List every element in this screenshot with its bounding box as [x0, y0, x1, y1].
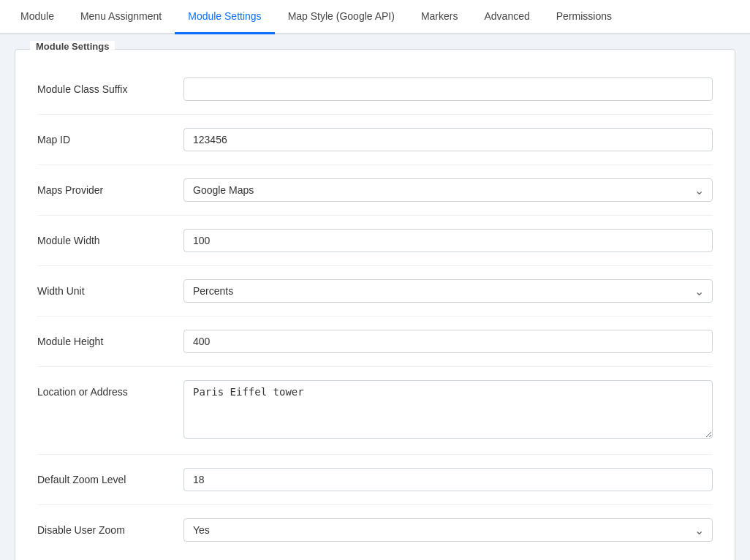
tab-menu-assignment[interactable]: Menu Assignment [67, 0, 175, 34]
settings-panel: Module Settings Module Class Suffix Map … [15, 49, 735, 560]
form-row-width-unit: Width Unit Percents Pixels ⌄ [37, 266, 713, 317]
form-row-zoom-level: Default Zoom Level [37, 455, 713, 505]
form-row-module-class-suffix: Module Class Suffix [37, 64, 713, 115]
control-map-id [183, 128, 713, 151]
label-location: Location or Address [37, 380, 183, 398]
select-wrapper-maps-provider: Google Maps OpenStreetMap Bing Maps ⌄ [183, 178, 713, 202]
tab-markers[interactable]: Markers [408, 0, 471, 34]
select-wrapper-width-unit: Percents Pixels ⌄ [183, 279, 713, 303]
label-zoom-level: Default Zoom Level [37, 468, 183, 485]
label-width-unit: Width Unit [37, 279, 183, 297]
tab-module-settings[interactable]: Module Settings [175, 0, 274, 34]
form-row-disable-user-zoom: Disable User Zoom Yes No ⌄ [37, 505, 713, 555]
input-zoom-level[interactable] [183, 468, 713, 491]
select-wrapper-disable-user-zoom: Yes No ⌄ [183, 518, 713, 542]
tab-bar: Module Menu Assignment Module Settings M… [0, 0, 750, 34]
input-module-class-suffix[interactable] [183, 77, 713, 101]
control-module-width [183, 229, 713, 252]
label-module-class-suffix: Module Class Suffix [37, 77, 183, 95]
label-map-id: Map ID [37, 128, 183, 145]
control-zoom-level [183, 468, 713, 491]
control-location: Paris Eiffel tower [183, 380, 713, 441]
control-width-unit: Percents Pixels ⌄ [183, 279, 713, 303]
label-module-width: Module Width [37, 229, 183, 246]
form-row-location: Location or Address Paris Eiffel tower [37, 367, 713, 455]
tab-advanced[interactable]: Advanced [471, 0, 542, 34]
label-disable-user-zoom: Disable User Zoom [37, 518, 183, 536]
input-module-height[interactable] [183, 330, 713, 353]
control-maps-provider: Google Maps OpenStreetMap Bing Maps ⌄ [183, 178, 713, 202]
label-module-height: Module Height [37, 330, 183, 347]
tab-module[interactable]: Module [7, 0, 67, 34]
input-map-id[interactable] [183, 128, 713, 151]
content-area: Module Settings Module Class Suffix Map … [0, 34, 750, 560]
form-row-map-id: Map ID [37, 115, 713, 165]
panel-legend: Module Settings [30, 41, 115, 52]
form-row-module-width: Module Width [37, 216, 713, 266]
select-disable-user-zoom[interactable]: Yes No [183, 518, 713, 542]
control-module-class-suffix [183, 77, 713, 101]
form-row-maps-provider: Maps Provider Google Maps OpenStreetMap … [37, 165, 713, 216]
tab-permissions[interactable]: Permissions [543, 0, 625, 34]
page-wrapper: Module Menu Assignment Module Settings M… [0, 0, 750, 560]
tab-map-style[interactable]: Map Style (Google API) [275, 0, 408, 34]
label-maps-provider: Maps Provider [37, 178, 183, 196]
control-disable-user-zoom: Yes No ⌄ [183, 518, 713, 542]
textarea-location[interactable]: Paris Eiffel tower [183, 380, 713, 439]
select-maps-provider[interactable]: Google Maps OpenStreetMap Bing Maps [183, 178, 713, 202]
form-row-module-height: Module Height [37, 317, 713, 367]
select-width-unit[interactable]: Percents Pixels [183, 279, 713, 303]
control-module-height [183, 330, 713, 353]
input-module-width[interactable] [183, 229, 713, 252]
